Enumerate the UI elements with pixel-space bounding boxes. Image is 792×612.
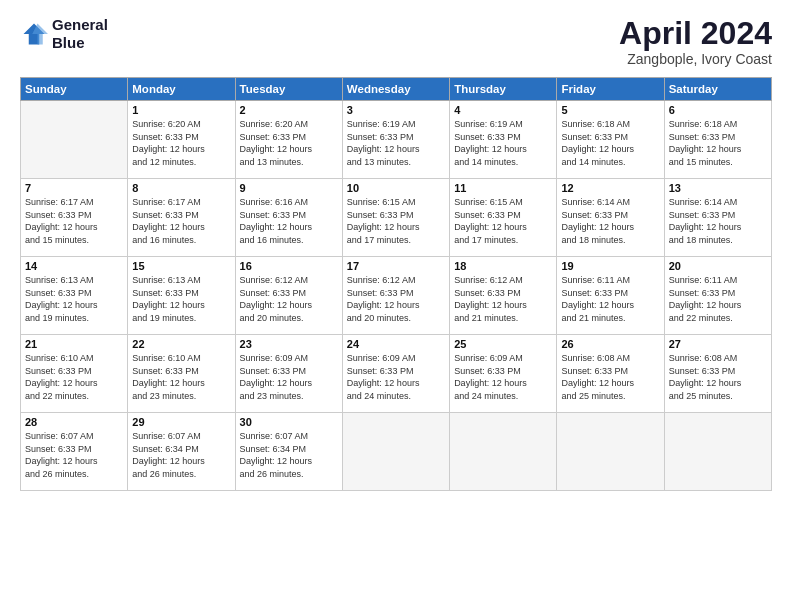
day-number: 17 (347, 260, 445, 272)
calendar-cell: 4Sunrise: 6:19 AMSunset: 6:33 PMDaylight… (450, 101, 557, 179)
day-number: 23 (240, 338, 338, 350)
cell-info: Sunrise: 6:08 AMSunset: 6:33 PMDaylight:… (669, 352, 767, 402)
cell-info: Sunrise: 6:12 AMSunset: 6:33 PMDaylight:… (454, 274, 552, 324)
cell-info: Sunrise: 6:13 AMSunset: 6:33 PMDaylight:… (132, 274, 230, 324)
calendar-cell: 6Sunrise: 6:18 AMSunset: 6:33 PMDaylight… (664, 101, 771, 179)
calendar-cell: 7Sunrise: 6:17 AMSunset: 6:33 PMDaylight… (21, 179, 128, 257)
calendar-cell: 5Sunrise: 6:18 AMSunset: 6:33 PMDaylight… (557, 101, 664, 179)
calendar-cell: 2Sunrise: 6:20 AMSunset: 6:33 PMDaylight… (235, 101, 342, 179)
calendar-cell: 9Sunrise: 6:16 AMSunset: 6:33 PMDaylight… (235, 179, 342, 257)
cell-info: Sunrise: 6:10 AMSunset: 6:33 PMDaylight:… (132, 352, 230, 402)
day-number: 25 (454, 338, 552, 350)
day-number: 7 (25, 182, 123, 194)
col-header-friday: Friday (557, 78, 664, 101)
calendar-cell: 22Sunrise: 6:10 AMSunset: 6:33 PMDayligh… (128, 335, 235, 413)
calendar-cell: 17Sunrise: 6:12 AMSunset: 6:33 PMDayligh… (342, 257, 449, 335)
day-number: 29 (132, 416, 230, 428)
week-row-4: 21Sunrise: 6:10 AMSunset: 6:33 PMDayligh… (21, 335, 772, 413)
day-number: 4 (454, 104, 552, 116)
calendar-cell: 24Sunrise: 6:09 AMSunset: 6:33 PMDayligh… (342, 335, 449, 413)
cell-info: Sunrise: 6:18 AMSunset: 6:33 PMDaylight:… (561, 118, 659, 168)
calendar-cell: 30Sunrise: 6:07 AMSunset: 6:34 PMDayligh… (235, 413, 342, 491)
day-number: 16 (240, 260, 338, 272)
logo-icon (20, 20, 48, 48)
day-number: 28 (25, 416, 123, 428)
col-header-thursday: Thursday (450, 78, 557, 101)
calendar-cell: 12Sunrise: 6:14 AMSunset: 6:33 PMDayligh… (557, 179, 664, 257)
cell-info: Sunrise: 6:14 AMSunset: 6:33 PMDaylight:… (561, 196, 659, 246)
day-number: 1 (132, 104, 230, 116)
cell-info: Sunrise: 6:07 AMSunset: 6:34 PMDaylight:… (132, 430, 230, 480)
calendar-cell: 20Sunrise: 6:11 AMSunset: 6:33 PMDayligh… (664, 257, 771, 335)
cell-info: Sunrise: 6:15 AMSunset: 6:33 PMDaylight:… (347, 196, 445, 246)
week-row-2: 7Sunrise: 6:17 AMSunset: 6:33 PMDaylight… (21, 179, 772, 257)
cell-info: Sunrise: 6:19 AMSunset: 6:33 PMDaylight:… (454, 118, 552, 168)
calendar-cell: 28Sunrise: 6:07 AMSunset: 6:33 PMDayligh… (21, 413, 128, 491)
day-number: 11 (454, 182, 552, 194)
calendar-cell: 13Sunrise: 6:14 AMSunset: 6:33 PMDayligh… (664, 179, 771, 257)
day-number: 8 (132, 182, 230, 194)
day-number: 2 (240, 104, 338, 116)
calendar-cell: 15Sunrise: 6:13 AMSunset: 6:33 PMDayligh… (128, 257, 235, 335)
cell-info: Sunrise: 6:09 AMSunset: 6:33 PMDaylight:… (454, 352, 552, 402)
cell-info: Sunrise: 6:09 AMSunset: 6:33 PMDaylight:… (240, 352, 338, 402)
cell-info: Sunrise: 6:20 AMSunset: 6:33 PMDaylight:… (240, 118, 338, 168)
day-number: 20 (669, 260, 767, 272)
col-header-monday: Monday (128, 78, 235, 101)
day-number: 22 (132, 338, 230, 350)
week-row-3: 14Sunrise: 6:13 AMSunset: 6:33 PMDayligh… (21, 257, 772, 335)
calendar-cell: 29Sunrise: 6:07 AMSunset: 6:34 PMDayligh… (128, 413, 235, 491)
day-number: 6 (669, 104, 767, 116)
calendar-cell (21, 101, 128, 179)
cell-info: Sunrise: 6:11 AMSunset: 6:33 PMDaylight:… (561, 274, 659, 324)
calendar-cell: 19Sunrise: 6:11 AMSunset: 6:33 PMDayligh… (557, 257, 664, 335)
cell-info: Sunrise: 6:20 AMSunset: 6:33 PMDaylight:… (132, 118, 230, 168)
day-number: 21 (25, 338, 123, 350)
day-number: 19 (561, 260, 659, 272)
cell-info: Sunrise: 6:07 AMSunset: 6:33 PMDaylight:… (25, 430, 123, 480)
calendar-cell: 14Sunrise: 6:13 AMSunset: 6:33 PMDayligh… (21, 257, 128, 335)
calendar-cell (450, 413, 557, 491)
header-row: SundayMondayTuesdayWednesdayThursdayFrid… (21, 78, 772, 101)
day-number: 12 (561, 182, 659, 194)
cell-info: Sunrise: 6:19 AMSunset: 6:33 PMDaylight:… (347, 118, 445, 168)
week-row-1: 1Sunrise: 6:20 AMSunset: 6:33 PMDaylight… (21, 101, 772, 179)
day-number: 3 (347, 104, 445, 116)
col-header-saturday: Saturday (664, 78, 771, 101)
calendar-cell: 1Sunrise: 6:20 AMSunset: 6:33 PMDaylight… (128, 101, 235, 179)
day-number: 13 (669, 182, 767, 194)
cell-info: Sunrise: 6:13 AMSunset: 6:33 PMDaylight:… (25, 274, 123, 324)
calendar-cell: 11Sunrise: 6:15 AMSunset: 6:33 PMDayligh… (450, 179, 557, 257)
calendar-cell: 21Sunrise: 6:10 AMSunset: 6:33 PMDayligh… (21, 335, 128, 413)
col-header-sunday: Sunday (21, 78, 128, 101)
day-number: 10 (347, 182, 445, 194)
cell-info: Sunrise: 6:12 AMSunset: 6:33 PMDaylight:… (347, 274, 445, 324)
col-header-wednesday: Wednesday (342, 78, 449, 101)
logo-line2: Blue (52, 34, 108, 52)
calendar-cell: 8Sunrise: 6:17 AMSunset: 6:33 PMDaylight… (128, 179, 235, 257)
logo: General Blue (20, 16, 108, 52)
calendar-table: SundayMondayTuesdayWednesdayThursdayFrid… (20, 77, 772, 491)
day-number: 27 (669, 338, 767, 350)
cell-info: Sunrise: 6:08 AMSunset: 6:33 PMDaylight:… (561, 352, 659, 402)
page: General Blue April 2024 Zangbople, Ivory… (0, 0, 792, 612)
cell-info: Sunrise: 6:12 AMSunset: 6:33 PMDaylight:… (240, 274, 338, 324)
cell-info: Sunrise: 6:15 AMSunset: 6:33 PMDaylight:… (454, 196, 552, 246)
cell-info: Sunrise: 6:07 AMSunset: 6:34 PMDaylight:… (240, 430, 338, 480)
calendar-cell: 10Sunrise: 6:15 AMSunset: 6:33 PMDayligh… (342, 179, 449, 257)
col-header-tuesday: Tuesday (235, 78, 342, 101)
calendar-cell: 3Sunrise: 6:19 AMSunset: 6:33 PMDaylight… (342, 101, 449, 179)
cell-info: Sunrise: 6:10 AMSunset: 6:33 PMDaylight:… (25, 352, 123, 402)
calendar-cell (342, 413, 449, 491)
day-number: 5 (561, 104, 659, 116)
day-number: 14 (25, 260, 123, 272)
day-number: 9 (240, 182, 338, 194)
cell-info: Sunrise: 6:14 AMSunset: 6:33 PMDaylight:… (669, 196, 767, 246)
cell-info: Sunrise: 6:17 AMSunset: 6:33 PMDaylight:… (25, 196, 123, 246)
header: General Blue April 2024 Zangbople, Ivory… (20, 16, 772, 67)
title-block: April 2024 Zangbople, Ivory Coast (619, 16, 772, 67)
calendar-cell: 23Sunrise: 6:09 AMSunset: 6:33 PMDayligh… (235, 335, 342, 413)
calendar-cell: 26Sunrise: 6:08 AMSunset: 6:33 PMDayligh… (557, 335, 664, 413)
calendar-cell: 27Sunrise: 6:08 AMSunset: 6:33 PMDayligh… (664, 335, 771, 413)
cell-info: Sunrise: 6:09 AMSunset: 6:33 PMDaylight:… (347, 352, 445, 402)
